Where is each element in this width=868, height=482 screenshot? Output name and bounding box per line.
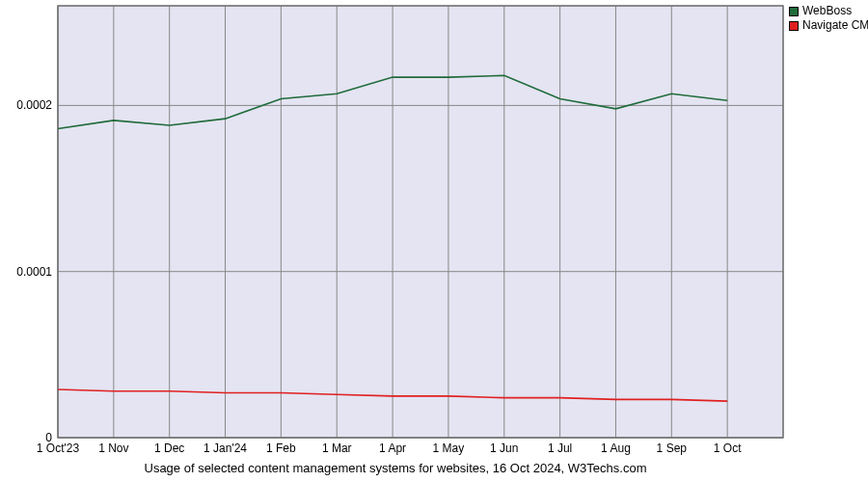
chart-svg — [0, 0, 868, 482]
x-tick-label: 1 Sep — [657, 442, 687, 455]
x-tick-label: 1 Jan'24 — [203, 442, 247, 455]
y-tick-label: 0.0002 — [4, 98, 52, 112]
legend-item: Navigate CMS — [789, 18, 868, 33]
x-tick-label: 1 Aug — [601, 442, 631, 455]
legend-swatch-icon — [789, 7, 799, 16]
x-tick-label: 1 Nov — [98, 442, 128, 455]
x-tick-label: 1 Mar — [322, 442, 352, 455]
legend-label: WebBoss — [802, 4, 852, 18]
x-tick-label: 1 Dec — [154, 442, 184, 455]
x-tick-label: 1 Oct — [714, 442, 742, 455]
x-tick-label: 1 Oct'23 — [37, 442, 79, 455]
x-tick-label: 1 May — [433, 442, 465, 455]
legend-item: WebBoss — [789, 4, 868, 18]
svg-rect-0 — [58, 6, 783, 438]
chart-caption: Usage of selected content management sys… — [0, 461, 791, 475]
y-tick-label: 0.0001 — [4, 265, 52, 279]
x-tick-label: 1 Apr — [379, 442, 406, 455]
legend-swatch-icon — [789, 21, 799, 31]
x-tick-label: 1 Jun — [490, 442, 518, 455]
legend-label: Navigate CMS — [802, 18, 868, 33]
chart-container: WebBoss Navigate CMS Usage of selected c… — [0, 0, 868, 482]
x-tick-label: 1 Feb — [266, 442, 296, 455]
legend: WebBoss Navigate CMS — [789, 4, 868, 33]
x-tick-label: 1 Jul — [548, 442, 572, 455]
